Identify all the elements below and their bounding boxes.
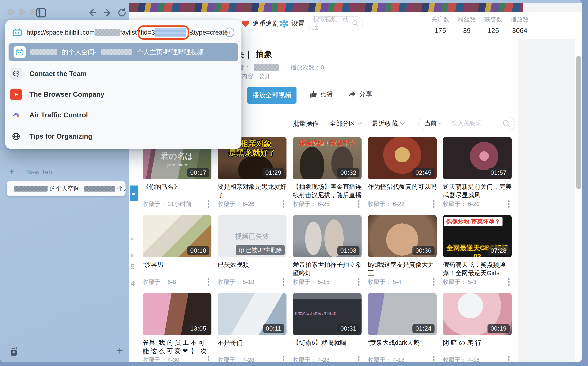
- video-title[interactable]: 爱音拍素世拍祥子拍立希壁咚灯: [293, 260, 362, 277]
- video-thumbnail[interactable]: 死杰米我让你喝，打死你 00:31: [293, 293, 362, 335]
- reload-icon[interactable]: [117, 8, 127, 17]
- more-menu-icon[interactable]: [208, 200, 209, 202]
- video-title[interactable]: 作为怪猎代餐真的可以吗: [368, 183, 437, 199]
- search-scope-dropdown[interactable]: 当前: [419, 119, 447, 128]
- video-thumbnail[interactable]: 13:05: [143, 293, 211, 335]
- video-card[interactable]: 00:10 “沙县男” 收藏于： 6-8: [143, 215, 211, 286]
- video-card[interactable]: 01:57 逆天萌新提前关门，完美武器尽显威风 收藏于： 6-20: [443, 137, 512, 208]
- sort-dropdown[interactable]: 最近收藏: [372, 119, 405, 128]
- more-menu-icon[interactable]: [358, 278, 359, 280]
- video-title[interactable]: 【抽象现场】霍金直播连续射击汉尼拔，随后直播间被封: [293, 183, 362, 199]
- settings-link[interactable]: 设置: [280, 19, 304, 28]
- follow-drama-link[interactable]: 追番追剧: [241, 19, 279, 28]
- video-card[interactable]: 偶像炒粉 芹菜怀孕？ 全网最逆天GBC解析02 07:28 假药满天飞，笑点频频…: [443, 215, 512, 286]
- url-text[interactable]: https://space.bilibili.com favlist? fid=…: [26, 28, 228, 37]
- menu-item-browser-company[interactable]: The Browser Company: [10, 85, 236, 104]
- scrollbar-thumb[interactable]: [576, 56, 581, 189]
- stat-following[interactable]: 关注数175: [431, 15, 449, 35]
- video-title[interactable]: 假药满天飞，笑点频频爆！全网最逆天Girls Band Cry解析: [443, 260, 512, 277]
- more-menu-icon[interactable]: [508, 278, 510, 280]
- url-bar[interactable]: https://space.bilibili.com favlist? fid=…: [12, 24, 234, 41]
- more-menu-icon[interactable]: [508, 356, 510, 358]
- more-menu-icon[interactable]: [358, 356, 359, 358]
- active-tab[interactable]: 的个人空间· 个人…: [7, 181, 125, 196]
- video-card[interactable]: 00:19 阴 暗 の 爬 行 收藏于： 4-16: [443, 293, 512, 362]
- suggestion-current-page[interactable]: 的个人空间- 个人主页-哔哩哔哩视频: [8, 43, 238, 61]
- new-item-plus-icon[interactable]: +: [117, 344, 123, 357]
- video-title[interactable]: byd我这室友是真像大力王: [368, 260, 437, 277]
- keyword-search-box[interactable]: 当前 输入关键词: [418, 117, 515, 130]
- video-card[interactable]: 霍金铁脑！致敬牢大 00:32 【抽象现场】霍金直播连续射击汉尼拔，随后直播间被…: [293, 137, 362, 208]
- library-icon[interactable]: [8, 346, 20, 357]
- video-card[interactable]: 00:11 不是哥们 收藏于： 4-28: [218, 293, 286, 362]
- more-menu-icon[interactable]: [283, 278, 284, 280]
- video-thumbnail[interactable]: 00:11: [218, 293, 286, 335]
- video-title[interactable]: 《你的马名》: [143, 183, 211, 199]
- menu-item-tips-for-organizing[interactable]: Tips for Organizing: [10, 127, 236, 145]
- more-menu-icon[interactable]: [208, 278, 209, 280]
- video-thumbnail[interactable]: 01:03: [293, 215, 362, 257]
- video-thumbnail[interactable]: 偶像炒粉 芹菜怀孕？ 全网最逆天GBC解析02 07:28: [443, 215, 512, 257]
- duration-badge: 13:05: [187, 324, 209, 333]
- video-title[interactable]: 不是哥们: [218, 338, 286, 355]
- settings-label: 设置: [292, 19, 304, 28]
- video-title[interactable]: 逆天萌新提前关门，完美武器尽显威风: [443, 183, 512, 199]
- play-all-button[interactable]: 播放全部视频: [247, 87, 296, 104]
- more-menu-icon[interactable]: [358, 200, 359, 202]
- category-dropdown[interactable]: 全部分区: [329, 119, 362, 128]
- video-card[interactable]: 死杰米我让你喝，打死你 00:31 【街霸6】就喝就喝 收藏于： 4-28: [293, 293, 362, 362]
- forward-icon[interactable]: [103, 8, 113, 17]
- selected-folder-highlight[interactable]: [130, 185, 138, 201]
- menu-item-air-traffic-control[interactable]: Air Traffic Control: [10, 106, 236, 124]
- zoom-window-button[interactable]: [30, 9, 35, 15]
- more-menu-icon[interactable]: [433, 356, 434, 358]
- more-menu-icon[interactable]: [433, 278, 434, 280]
- site-info-icon[interactable]: i: [225, 28, 234, 37]
- like-button[interactable]: 点赞: [309, 90, 333, 99]
- profile-search-box[interactable]: 搜索视频、动态: [308, 16, 363, 30]
- minimize-window-button[interactable]: [19, 9, 25, 15]
- video-title[interactable]: 要是相亲对象是黑龙就好了: [218, 183, 286, 199]
- more-menu-icon[interactable]: [208, 356, 209, 358]
- video-card[interactable]: 01:24 “黄泉大战dark天鹅” 收藏于： 4-18: [368, 293, 437, 362]
- video-thumbnail[interactable]: 01:24: [368, 293, 437, 335]
- video-thumbnail[interactable]: 视频已失效 已被UP主删除: [218, 215, 286, 257]
- stat-likes[interactable]: 获赞数125: [484, 15, 502, 35]
- video-title[interactable]: “黄泉大战dark天鹅”: [368, 338, 437, 355]
- back-icon[interactable]: [87, 8, 97, 17]
- window-controls[interactable]: [8, 9, 35, 15]
- video-title[interactable]: 已失效视频: [218, 260, 286, 277]
- video-thumbnail[interactable]: 00:19: [443, 293, 512, 335]
- video-card[interactable]: 02:45 作为怪猎代餐真的可以吗 收藏于： 6-22: [368, 137, 437, 208]
- batch-actions-button[interactable]: 批量操作: [293, 119, 319, 128]
- more-menu-icon[interactable]: [283, 356, 284, 358]
- search-icon[interactable]: [352, 19, 359, 27]
- folder-count: 4: [131, 279, 135, 287]
- video-title[interactable]: “沙县男”: [143, 260, 211, 277]
- duration-badge: 00:32: [337, 168, 359, 177]
- new-tab-button[interactable]: + New Tab: [9, 167, 52, 177]
- stat-followers[interactable]: 粉丝数39: [458, 15, 476, 35]
- video-title[interactable]: 雀巢: 我 的 员 工 不 可 能 这 么 可 爱 ❤【二次元爆改: [143, 338, 211, 355]
- close-window-button[interactable]: [8, 9, 14, 15]
- video-thumbnail[interactable]: 02:45: [368, 137, 437, 179]
- video-thumbnail[interactable]: 00:36: [368, 215, 437, 257]
- video-title[interactable]: 阴 暗 の 爬 行: [443, 338, 512, 355]
- sidebar-toggle-icon[interactable]: [36, 8, 46, 17]
- video-thumbnail[interactable]: 01:57: [443, 137, 512, 179]
- video-card[interactable]: 13:05 雀巢: 我 的 员 工 不 可 能 这 么 可 爱 ❤【二次元爆改 …: [143, 293, 211, 362]
- stat-plays[interactable]: 播放数3064: [511, 15, 529, 35]
- more-menu-icon[interactable]: [283, 200, 284, 202]
- more-menu-icon[interactable]: [508, 200, 510, 202]
- video-card-invalid[interactable]: 视频已失效 已被UP主删除 已失效视频 收藏于： 5-18: [218, 215, 286, 286]
- video-thumbnail[interactable]: 霍金铁脑！致敬牢大 00:32: [293, 137, 362, 179]
- menu-item-contact-team[interactable]: Contact the Team: [10, 65, 236, 83]
- video-card[interactable]: 00:36 byd我这室友是真像大力王 收藏于： 5-4: [368, 215, 437, 286]
- more-menu-icon[interactable]: [433, 200, 434, 202]
- video-card[interactable]: 01:03 爱音拍素世拍祥子拍立希壁咚灯 收藏于： 5-15: [293, 215, 362, 286]
- video-title[interactable]: 【街霸6】就喝就喝: [293, 338, 362, 355]
- search-icon[interactable]: [502, 119, 511, 128]
- video-thumbnail[interactable]: 00:10: [143, 215, 211, 257]
- duration-badge: 00:31: [337, 324, 359, 333]
- share-button[interactable]: 分享: [348, 90, 372, 99]
